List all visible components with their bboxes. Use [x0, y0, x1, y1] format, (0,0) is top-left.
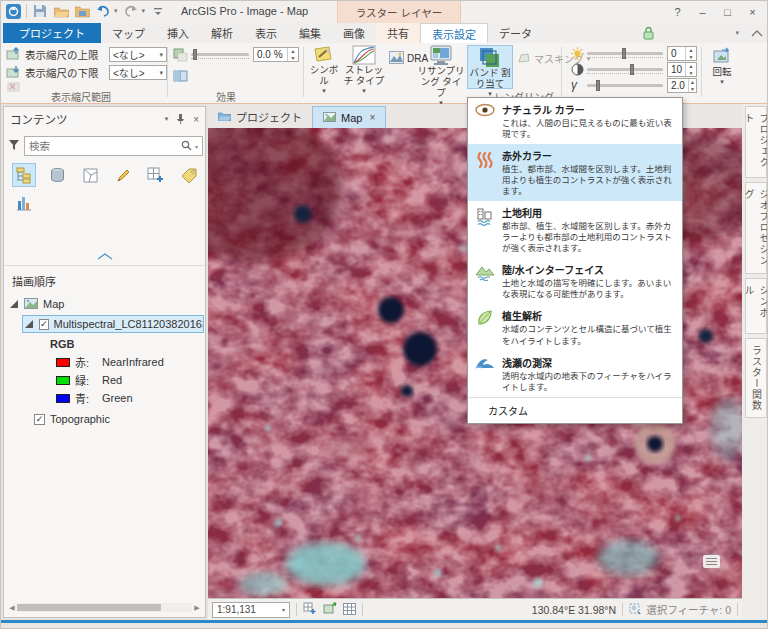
pin-icon[interactable]: [176, 113, 185, 126]
menu-item-vegetation-analysis[interactable]: 植生解析 水域のコンテンツとセル構造に基づいて植生をハイライトします。: [468, 304, 682, 350]
group-label-visibility: 表示縮尺範囲: [21, 89, 141, 104]
gamma-slider[interactable]: [587, 84, 663, 87]
maximize-button[interactable]: □: [715, 1, 740, 23]
tree-item-basemap[interactable]: ✓ Topographic: [4, 410, 205, 428]
view-tab-project[interactable]: プロジェクト: [208, 106, 312, 128]
basemap-checkbox[interactable]: ✓: [34, 414, 45, 425]
contents-pane: コンテンツ ▾ × ▾: [3, 106, 206, 618]
list-by-drawing-order-button[interactable]: [12, 163, 36, 187]
right-tab-symbology[interactable]: シンボル: [745, 278, 767, 334]
list-charts-button[interactable]: [12, 191, 36, 215]
tab-analysis[interactable]: 解析: [200, 23, 244, 43]
minimize-button[interactable]: –: [690, 1, 715, 23]
city-icon: [473, 205, 497, 254]
channel-row-blue: 青: Green: [4, 389, 205, 407]
list-by-snapping-button[interactable]: [144, 163, 168, 187]
expander-chevron-icon[interactable]: [4, 253, 205, 262]
visibility-lower-combo[interactable]: <なし>▾: [109, 65, 167, 80]
search-icon[interactable]: [181, 140, 192, 153]
coordinates-readout: 130.84°E 31.98°N: [532, 604, 616, 616]
redo-button[interactable]: [123, 3, 139, 19]
stretch-type-button[interactable]: ストレッチ タイプ ▾: [342, 45, 386, 89]
tree-item-map[interactable]: Map: [4, 295, 205, 313]
undo-button[interactable]: [95, 3, 111, 19]
list-by-selection-button[interactable]: [78, 163, 102, 187]
resampling-type-button[interactable]: リサンプリング タイプ ▾: [416, 45, 466, 89]
gamma-spinner[interactable]: 2.0 ▲▼: [667, 78, 697, 93]
close-pane-icon[interactable]: ×: [193, 114, 199, 125]
open-project-button[interactable]: [53, 3, 69, 19]
list-by-editing-button[interactable]: [111, 163, 135, 187]
collapse-ribbon-icon[interactable]: [751, 27, 763, 39]
list-by-data-source-button[interactable]: [45, 163, 69, 187]
brightness-icon: [571, 47, 584, 62]
scroll-right-arrow[interactable]: ▶: [192, 604, 202, 612]
redo-dropdown-arrow[interactable]: ▾: [142, 7, 146, 15]
menu-item-color-infrared[interactable]: 赤外カラー 植生、都市部、水域間を区別します。土地利用よりも植生のコントラストが…: [468, 144, 682, 201]
menu-item-bathymetric[interactable]: 浅瀬の測深 透明な水域内の地表下のフィーチャをハイライトします。: [468, 351, 682, 397]
tab-map[interactable]: マップ: [101, 23, 156, 43]
filter-icon[interactable]: [8, 139, 20, 153]
clear-limits-icon[interactable]: [7, 81, 20, 94]
rotate-button[interactable]: 回転 ▾: [707, 45, 737, 89]
project-package-button[interactable]: [74, 3, 90, 19]
transparency-spinner[interactable]: 0.0 % ▲▼: [253, 47, 299, 62]
close-button[interactable]: ×: [740, 1, 765, 23]
brightness-spinner[interactable]: 0 ▲▼: [667, 46, 697, 61]
raster-layer-checkbox[interactable]: ✓: [39, 319, 49, 330]
app-icon[interactable]: [5, 3, 21, 19]
customize-qat-icon[interactable]: [150, 3, 166, 19]
visibility-upper-icon: [6, 47, 21, 62]
right-tab-project[interactable]: プロジェクト: [745, 106, 767, 178]
symbology-button[interactable]: シンボル ▾: [307, 45, 341, 89]
contrast-spinner[interactable]: 10 ▲▼: [667, 62, 697, 77]
pane-menu-arrow[interactable]: ▾: [165, 115, 169, 123]
transparency-slider[interactable]: [191, 53, 249, 56]
contrast-slider[interactable]: [587, 68, 663, 71]
arcgis-pro-window: ▾ ▾ ArcGIS Pro - Image - Map ラスター レイヤー ?…: [0, 0, 768, 629]
expand-collapse-icon[interactable]: [10, 300, 18, 308]
attribute-table-icon[interactable]: [343, 603, 356, 617]
view-tab-map[interactable]: Map ×: [312, 106, 386, 128]
close-view-tab-icon[interactable]: ×: [369, 112, 375, 123]
help-button[interactable]: ?: [665, 1, 690, 23]
search-options-arrow[interactable]: ▾: [195, 143, 198, 150]
menu-item-land-use[interactable]: 土地利用 都市部、植生、水域間を区別します。赤外カラーよりも都市部の土地利用のコ…: [468, 201, 682, 258]
tab-appearance[interactable]: 表示設定: [420, 23, 488, 43]
pan-to-selection-icon[interactable]: [323, 602, 337, 617]
right-tab-raster-functions[interactable]: ラスター関数: [745, 338, 767, 418]
tab-insert[interactable]: 挿入: [156, 23, 200, 43]
menu-item-land-water[interactable]: 陸/水インターフェイス 土地と水域の描写を明確にします。あいまいな表現になる可能…: [468, 258, 682, 304]
tab-edit[interactable]: 編集: [288, 23, 332, 43]
drawing-order-label: 描画順序: [12, 273, 56, 289]
brightness-slider[interactable]: [587, 52, 663, 55]
tab-view[interactable]: 表示: [244, 23, 288, 43]
undo-dropdown-arrow[interactable]: ▾: [114, 7, 118, 15]
visibility-upper-combo[interactable]: <なし>▾: [109, 47, 167, 62]
masking-icon: [517, 52, 531, 66]
tab-imagery[interactable]: 画像: [332, 23, 376, 43]
search-input[interactable]: [29, 140, 181, 152]
band-combination-button[interactable]: バンド 割り当て ▾: [467, 45, 513, 89]
save-button[interactable]: [32, 3, 48, 19]
tree-item-raster-layer[interactable]: ✓ Multispectral_LC81120382016352LGN0: [22, 315, 204, 333]
contrast-icon: [571, 63, 584, 78]
expand-collapse-icon[interactable]: [25, 320, 33, 328]
right-tab-geoprocessing[interactable]: ジオプロセシング: [745, 182, 767, 274]
horizontal-scrollbar[interactable]: ◀ ▶: [7, 602, 202, 613]
swipe-icon[interactable]: [173, 69, 188, 85]
menu-item-custom[interactable]: カスタム: [468, 397, 682, 423]
list-by-labeling-button[interactable]: [177, 163, 201, 187]
menu-item-natural-color[interactable]: ナチュラル カラー これは、人間の目に見えるものに最も近い表現です。: [468, 98, 682, 144]
ribbon-tab-row: プロジェクト マップ 挿入 解析 表示 編集 画像 共有 表示設定 データ ▾: [1, 23, 768, 43]
quick-access-toolbar: ▾ ▾: [5, 3, 166, 19]
tab-data[interactable]: データ: [488, 23, 543, 43]
scroll-left-arrow[interactable]: ◀: [7, 604, 17, 612]
tab-project[interactable]: プロジェクト: [3, 23, 101, 43]
scale-combo[interactable]: 1:91,131▾: [212, 602, 290, 618]
scrollbar-thumb[interactable]: [17, 604, 161, 611]
ribbon-options-arrow[interactable]: ▾: [735, 29, 739, 37]
selected-features-chip[interactable]: 選択フィーチャ: 0: [629, 602, 731, 617]
new-bookmark-icon[interactable]: [303, 602, 317, 617]
tab-share[interactable]: 共有: [376, 23, 420, 43]
